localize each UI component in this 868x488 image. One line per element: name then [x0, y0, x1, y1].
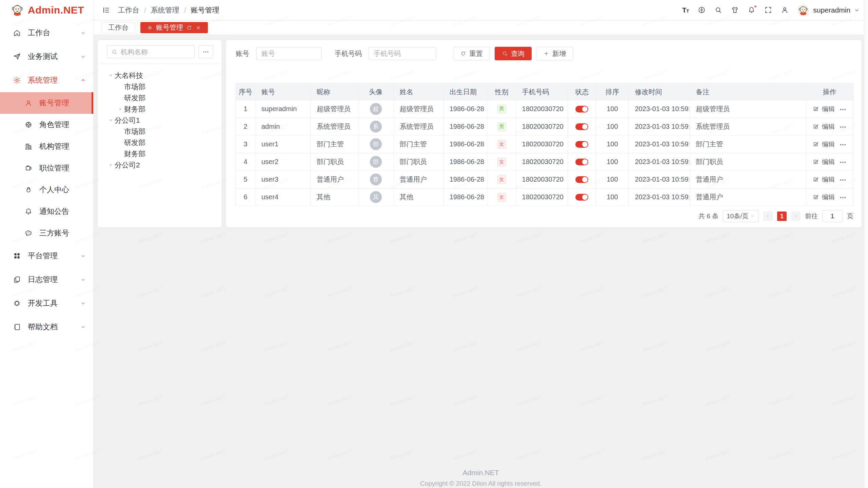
- more-actions-button[interactable]: [839, 194, 847, 201]
- row-index: 5: [243, 176, 247, 183]
- tree-node[interactable]: 财务部: [98, 103, 222, 115]
- sidebar-item-position-management[interactable]: 职位管理: [0, 157, 93, 179]
- more-actions-button[interactable]: [839, 176, 847, 183]
- edit-button[interactable]: 编辑: [822, 193, 835, 202]
- edit-button[interactable]: 编辑: [822, 122, 835, 131]
- sidebar-item-log-management[interactable]: 日志管理: [0, 268, 93, 291]
- sidebar-item-org-management[interactable]: 机构管理: [0, 136, 93, 157]
- tree-more-button[interactable]: [198, 45, 213, 58]
- search-icon[interactable]: [714, 6, 722, 14]
- prev-page-button[interactable]: [763, 211, 773, 221]
- edit-icon[interactable]: [812, 159, 819, 165]
- user-icon[interactable]: [781, 6, 789, 14]
- cell-avatar: 系: [358, 118, 394, 136]
- caret-down-icon[interactable]: [107, 117, 115, 124]
- menu-fold-icon[interactable]: [102, 6, 111, 15]
- caret-right-icon[interactable]: [117, 105, 124, 113]
- more-actions-button[interactable]: [839, 159, 847, 165]
- edit-icon[interactable]: [812, 141, 819, 147]
- tree-node[interactable]: 大名科技: [98, 70, 222, 81]
- add-button[interactable]: 新增: [536, 47, 573, 60]
- fullscreen-icon[interactable]: [764, 6, 772, 14]
- status-toggle[interactable]: [575, 123, 588, 130]
- sidebar-item-platform-management[interactable]: 平台管理: [0, 244, 93, 268]
- edit-icon[interactable]: [812, 123, 819, 130]
- status-toggle[interactable]: [575, 176, 588, 183]
- table-row: 5user3普通用户普普通用户1986-06-28女18020030720100…: [236, 171, 853, 188]
- theme-icon[interactable]: [731, 6, 739, 14]
- phone-filter-input[interactable]: [369, 47, 436, 60]
- modified-time-value: 2023-01-03 10:59:44: [635, 123, 690, 130]
- gender-badge: 女: [497, 140, 506, 149]
- tree-node[interactable]: 市场部: [98, 81, 222, 92]
- active-dot-icon: [147, 25, 153, 31]
- more-actions-button[interactable]: [839, 123, 847, 130]
- sidebar-item-business-test[interactable]: 业务测试: [0, 45, 93, 68]
- org-search-input[interactable]: [121, 48, 191, 56]
- tree-node[interactable]: 分公司1: [98, 115, 222, 126]
- sidebar-item-workbench[interactable]: 工作台: [0, 21, 93, 45]
- cell-sort: 100: [596, 188, 629, 206]
- column-header-remark: 备注: [690, 84, 806, 100]
- edit-icon[interactable]: [812, 176, 819, 183]
- avatar-char: 部: [373, 158, 379, 166]
- logo[interactable]: Admin.NET: [0, 0, 93, 20]
- more-actions-button[interactable]: [839, 106, 847, 113]
- sidebar-item-notice[interactable]: 通知公告: [0, 201, 93, 222]
- language-icon[interactable]: [698, 6, 706, 14]
- edit-button[interactable]: 编辑: [822, 158, 835, 166]
- cell-avatar: 超: [358, 100, 394, 118]
- sidebar-item-system-management[interactable]: 系统管理: [0, 68, 93, 92]
- edit-button[interactable]: 编辑: [822, 175, 835, 184]
- status-toggle[interactable]: [575, 159, 588, 165]
- sidebar-item-personal-center[interactable]: 个人中心: [0, 179, 93, 201]
- tree-node[interactable]: 分公司2: [98, 159, 222, 170]
- page-size-value: 10条/页: [727, 212, 748, 221]
- sidebar-item-dev-tools[interactable]: 开发工具: [0, 291, 93, 315]
- name-value: 系统管理员: [400, 122, 434, 131]
- phone-value: 18020030720: [522, 193, 564, 201]
- edit-icon[interactable]: [812, 106, 819, 112]
- account-filter-input[interactable]: [256, 47, 322, 60]
- sidebar-item-account-management[interactable]: 账号管理: [0, 92, 93, 114]
- cell-index: 2: [236, 118, 255, 136]
- reset-button[interactable]: 重置: [453, 47, 490, 60]
- notification-icon[interactable]: [748, 6, 755, 14]
- caret-right-icon[interactable]: [107, 161, 115, 169]
- caret-down-icon[interactable]: [107, 72, 115, 79]
- sidebar-item-help-docs[interactable]: 帮助文档: [0, 315, 93, 339]
- account-table-panel: 账号 手机号码 重置 查询 新增: [226, 40, 862, 227]
- sidebar-item-third-party-account[interactable]: 三方账号: [0, 222, 93, 244]
- page-size-select[interactable]: 10条/页: [723, 210, 759, 222]
- edit-button[interactable]: 编辑: [822, 105, 835, 114]
- status-toggle[interactable]: [575, 194, 588, 201]
- tree-node[interactable]: 财务部: [98, 148, 222, 159]
- page-1-button[interactable]: 1: [777, 211, 787, 221]
- tree-node[interactable]: 研发部: [98, 137, 222, 148]
- more-actions-button[interactable]: [839, 141, 847, 148]
- cell-actions: 编辑: [806, 118, 853, 136]
- next-page-button[interactable]: [791, 211, 801, 221]
- tab-workbench[interactable]: 工作台: [102, 22, 135, 33]
- scrollbar-track[interactable]: [864, 0, 868, 488]
- tab-account-management[interactable]: 账号管理: [140, 22, 208, 33]
- tree-node[interactable]: 研发部: [98, 92, 222, 103]
- tree-node[interactable]: 市场部: [98, 126, 222, 137]
- avatar[interactable]: [797, 4, 809, 16]
- goto-page-input[interactable]: [822, 210, 843, 222]
- close-icon[interactable]: [195, 25, 201, 31]
- status-toggle[interactable]: [575, 106, 588, 113]
- chevron-down-icon[interactable]: [854, 7, 860, 13]
- refresh-icon[interactable]: [186, 25, 192, 31]
- query-button[interactable]: 查询: [495, 47, 532, 60]
- breadcrumb-item[interactable]: 系统管理: [151, 5, 179, 15]
- edit-button[interactable]: 编辑: [822, 140, 835, 149]
- username[interactable]: superadmin: [813, 6, 850, 14]
- sidebar-item-role-management[interactable]: 角色管理: [0, 114, 93, 136]
- breadcrumb-item[interactable]: 工作台: [118, 5, 139, 15]
- edit-icon[interactable]: [812, 194, 819, 200]
- cell-name: 普通用户: [394, 171, 443, 188]
- modified-time-value: 2023-01-03 10:59:44: [635, 140, 690, 148]
- status-toggle[interactable]: [575, 141, 588, 148]
- font-size-icon[interactable]: TT: [682, 7, 689, 14]
